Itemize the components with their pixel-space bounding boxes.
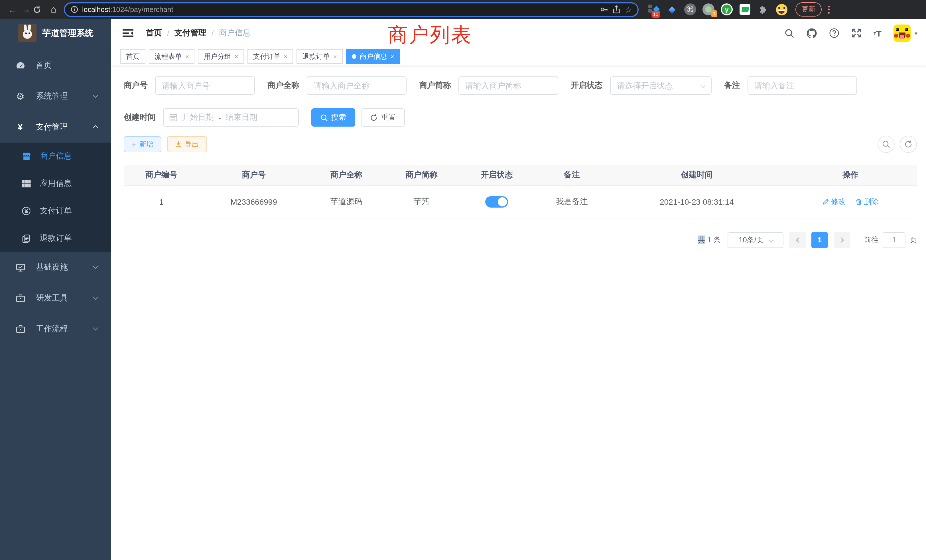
navbar-actions: тT ▾ <box>785 24 917 42</box>
chrome-menu-icon[interactable] <box>827 4 831 15</box>
extension-emoji-icon[interactable] <box>775 3 787 15</box>
storefront-icon <box>22 152 31 160</box>
sidebar-item-refund-order[interactable]: 退款订单 <box>0 225 111 252</box>
page-number-1[interactable]: 1 <box>811 232 828 248</box>
status-select[interactable] <box>610 76 712 95</box>
search-button[interactable]: 搜索 <box>311 108 355 127</box>
reset-button[interactable]: 重置 <box>361 108 405 127</box>
sidebar-item-label: 支付订单 <box>40 206 72 216</box>
tab-process-form[interactable]: 流程表单× <box>149 49 195 64</box>
chevron-down-icon <box>93 325 98 330</box>
fullscreen-icon[interactable] <box>851 28 862 38</box>
pagination-total: 共 1 条 <box>698 235 721 245</box>
add-button[interactable]: + 新增 <box>124 136 161 152</box>
short-name-label: 商户简称 <box>419 80 451 91</box>
extension-y-icon[interactable]: y <box>721 3 733 15</box>
share-icon[interactable] <box>613 5 621 14</box>
chrome-update-button[interactable]: 更新 <box>796 2 822 17</box>
close-icon[interactable]: × <box>333 53 337 60</box>
gear-icon: ⚙ <box>15 92 25 101</box>
filter-row-2: 创建时间 开始日期 - 结束日期 搜索 重置 <box>124 108 917 127</box>
cell-merchant-id: 1 <box>124 185 199 218</box>
sidebar-item-pay[interactable]: ¥ 支付管理 <box>0 112 111 142</box>
browser-back-icon[interactable]: ← <box>6 5 20 14</box>
screen: ← → ⌂ localhost:1024/pay/merchant ☆ ◆ 10 <box>0 0 926 560</box>
sidebar-item-app-info[interactable]: 应用信息 <box>0 170 111 197</box>
annotation-title: 商户列表 <box>388 22 472 48</box>
github-icon[interactable] <box>806 28 817 38</box>
sidebar-item-devtools[interactable]: 研发工具 <box>0 283 111 314</box>
search-icon[interactable] <box>785 28 794 38</box>
extension-kanban-icon[interactable]: ◆ 10 <box>648 3 660 15</box>
app-title: 芋道管理系统 <box>42 28 94 38</box>
tab-merchant-info[interactable]: 商户信息× <box>346 49 400 64</box>
show-search-toggle-button[interactable] <box>878 136 895 153</box>
prev-page-button[interactable] <box>789 232 806 248</box>
next-page-button[interactable] <box>834 232 850 248</box>
tab-user-group[interactable]: 用户分组× <box>198 49 244 64</box>
delete-button[interactable]: 删除 <box>855 197 879 207</box>
extension-command-icon[interactable]: ⌘ <box>684 3 696 15</box>
short-name-input[interactable] <box>458 76 558 95</box>
page-size-select[interactable]: 10条/页 <box>728 232 784 248</box>
merchant-no-input[interactable] <box>155 76 255 95</box>
extension-chat-icon[interactable] <box>739 3 751 15</box>
sidebar-item-pay-order[interactable]: 支付订单 <box>0 197 111 225</box>
chevron-down-icon <box>93 294 98 300</box>
plus-icon: + <box>132 140 136 148</box>
remark-label: 备注 <box>724 80 740 91</box>
create-time-range-picker[interactable]: 开始日期 - 结束日期 <box>163 108 299 127</box>
tab-home[interactable]: 首页 <box>120 49 145 64</box>
goto-page-input[interactable] <box>883 232 905 248</box>
export-button[interactable]: 导出 <box>167 136 207 152</box>
close-icon[interactable]: × <box>185 53 189 60</box>
breadcrumb-home[interactable]: 首页 <box>146 28 162 38</box>
browser-reload-icon[interactable] <box>33 5 47 14</box>
bookmark-star-icon[interactable]: ☆ <box>625 5 632 14</box>
create-time-label: 创建时间 <box>124 112 156 123</box>
url-text: localhost:1024/pay/merchant <box>82 5 596 14</box>
site-info-icon[interactable] <box>71 6 78 13</box>
remark-input[interactable] <box>747 76 857 95</box>
close-icon[interactable]: × <box>235 53 238 60</box>
app-logo-rabbit <box>18 24 36 42</box>
active-dot <box>352 54 356 59</box>
app-logo-row[interactable]: 芋道管理系统 <box>0 19 111 47</box>
font-size-icon[interactable]: тT <box>873 28 882 38</box>
main-area: 首页 / 支付管理 / 商户信息 商户列表 тT <box>111 19 926 560</box>
close-icon[interactable]: × <box>284 53 287 60</box>
address-bar[interactable]: localhost:1024/pay/merchant ☆ <box>64 2 639 17</box>
sidebar-item-label: 工作流程 <box>36 324 68 334</box>
browser-home-icon[interactable]: ⌂ <box>47 4 61 15</box>
yen-circle-icon <box>22 206 31 216</box>
help-icon[interactable] <box>829 28 839 38</box>
pagination: 共 1 条 10条/页 1 前往 页 <box>124 232 917 248</box>
page-unit-label: 页 <box>909 235 917 245</box>
end-date-placeholder: 结束日期 <box>225 112 257 123</box>
full-name-input[interactable] <box>307 76 407 95</box>
pay-submenu: 商户信息 应用信息 支付订单 <box>0 142 111 252</box>
sidebar-item-home[interactable]: 首页 <box>0 50 111 81</box>
extension-gem-icon[interactable]: ◆ <box>666 3 678 15</box>
collapse-sidebar-icon[interactable] <box>123 29 133 38</box>
cell-short-name: 芋艿 <box>384 185 459 218</box>
extensions-puzzle-icon[interactable] <box>757 3 769 15</box>
tab-refund-order[interactable]: 退款订单× <box>297 49 343 64</box>
status-toggle[interactable] <box>485 196 508 207</box>
close-icon[interactable]: × <box>390 53 394 60</box>
user-menu[interactable]: ▾ <box>894 24 917 42</box>
col-remark: 备注 <box>534 165 610 185</box>
edit-button[interactable]: 修改 <box>822 197 846 207</box>
tab-pay-order[interactable]: 支付订单× <box>247 49 294 64</box>
breadcrumb-pay[interactable]: 支付管理 <box>174 28 206 38</box>
browser-forward-icon[interactable]: → <box>20 5 33 14</box>
cell-merchant-no: M233666999 <box>199 185 309 218</box>
password-key-icon[interactable] <box>600 5 609 14</box>
sidebar-item-system[interactable]: ⚙ 系统管理 <box>0 81 111 112</box>
refresh-table-button[interactable] <box>900 136 917 153</box>
extension-monkey-icon[interactable]: 1 <box>702 3 714 15</box>
extension-badge: 10 <box>651 11 660 18</box>
sidebar-item-infra[interactable]: 基础设施 <box>0 252 111 283</box>
sidebar-item-merchant-info[interactable]: 商户信息 <box>0 142 111 170</box>
sidebar-item-workflow[interactable]: 工作流程 <box>0 314 111 344</box>
